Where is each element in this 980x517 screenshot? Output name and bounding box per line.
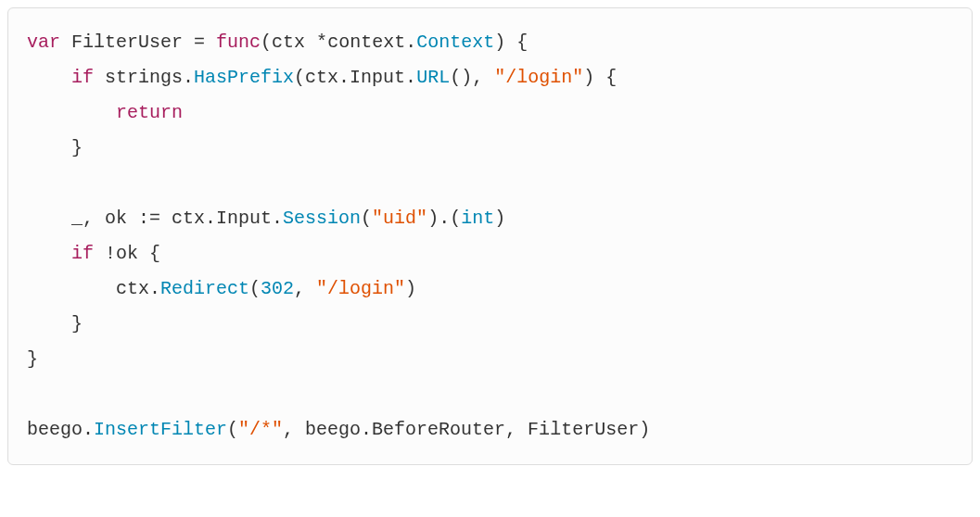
code-token: (	[361, 208, 372, 229]
code-token: 302	[261, 278, 294, 299]
code-token: (ctx	[261, 32, 316, 53]
code-token: "/*"	[238, 419, 283, 440]
code-token: }	[27, 313, 83, 334]
code-token: (	[227, 419, 238, 440]
code-token: Context	[416, 32, 494, 53]
code-token: var	[27, 32, 60, 53]
code-token: Session	[283, 208, 361, 229]
code-token: }	[27, 137, 83, 158]
code-token: Redirect	[160, 278, 249, 299]
code-token: ) {	[583, 67, 617, 88]
code-token: )	[494, 208, 505, 229]
code-token: InsertFilter	[94, 419, 227, 440]
code-token: ctx.	[27, 278, 160, 299]
code-token: !ok {	[94, 243, 160, 264]
code-token: beego.	[27, 419, 94, 440]
code-token: context	[327, 32, 405, 53]
code-token: ) {	[494, 32, 528, 53]
code-token: , beego.BeforeRouter, FilterUser)	[283, 419, 650, 440]
code-token: .	[405, 32, 416, 53]
code-token: "/login"	[494, 67, 583, 88]
code-token	[27, 243, 71, 264]
code-token	[205, 32, 216, 53]
code-token: URL	[416, 67, 450, 88]
code-block: var FilterUser = func(ctx *context.Conte…	[7, 7, 973, 465]
code-token: strings.	[94, 67, 194, 88]
code-token: int	[461, 208, 494, 229]
code-token: FilterUser	[60, 32, 194, 53]
code-token: ,	[294, 278, 316, 299]
code-token	[27, 67, 71, 88]
code-token: }	[27, 348, 38, 370]
code-token: if	[71, 243, 94, 264]
code-token: :=	[138, 208, 160, 229]
code-token: (	[249, 278, 261, 299]
code-content: var FilterUser = func(ctx *context.Conte…	[27, 25, 953, 448]
code-token	[27, 102, 116, 123]
code-token: "uid"	[372, 208, 427, 229]
code-token: =	[194, 32, 205, 53]
code-token: ctx.Input.	[160, 208, 283, 229]
code-token: (ctx.Input.	[294, 67, 416, 88]
code-token: *	[316, 32, 327, 53]
code-token: _, ok	[27, 208, 138, 229]
code-token: HasPrefix	[194, 67, 294, 88]
code-token: if	[71, 67, 94, 88]
code-token: "/login"	[316, 278, 405, 299]
code-token: (),	[450, 67, 494, 88]
code-token: func	[216, 32, 261, 53]
code-token: )	[405, 278, 416, 299]
code-token: ).(	[427, 208, 461, 229]
code-token: return	[116, 102, 183, 123]
